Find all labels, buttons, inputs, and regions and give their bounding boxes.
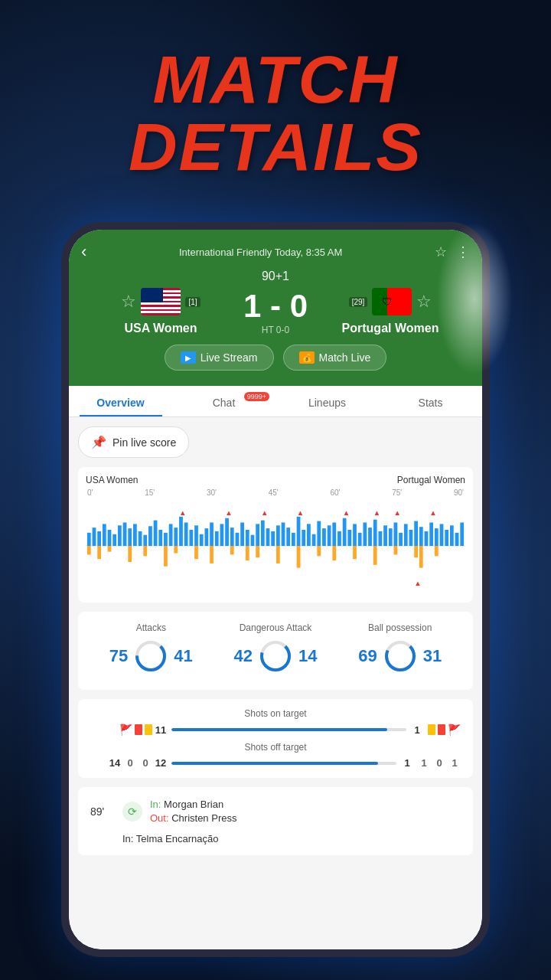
tab-overview[interactable]: Overview — [69, 386, 172, 416]
svg-rect-6 — [112, 534, 116, 546]
svg-rect-72 — [450, 525, 454, 546]
shots-off-away-num: 1 — [401, 757, 413, 769]
svg-rect-63 — [404, 524, 408, 546]
svg-rect-45 — [312, 534, 316, 546]
dangerous-home: 42 — [225, 646, 253, 666]
svg-rect-50 — [337, 531, 341, 546]
svg-rect-3 — [97, 531, 101, 546]
svg-rect-57 — [373, 520, 377, 546]
svg-text:▲: ▲ — [394, 508, 401, 517]
timeline-home-label: USA Women — [86, 475, 138, 485]
more-options-icon[interactable]: ⋮ — [456, 243, 470, 260]
attacks-values: 75 41 — [89, 639, 214, 673]
svg-rect-93 — [394, 546, 398, 554]
tab-chat[interactable]: Chat 9999+ — [172, 386, 276, 416]
shots-on-away-num: 1 — [411, 724, 423, 736]
svg-rect-53 — [353, 524, 357, 546]
tab-stats[interactable]: Stats — [379, 386, 482, 416]
shots-on-row: 🚩 11 1 🚩 — [90, 724, 461, 736]
svg-rect-91 — [353, 546, 357, 559]
svg-rect-44 — [307, 524, 311, 546]
dangerous-donut — [259, 639, 292, 673]
main-content: 📌 Pin live score USA Women Portugal Wome… — [69, 417, 482, 949]
svg-rect-68 — [429, 522, 433, 546]
svg-rect-49 — [332, 522, 336, 546]
svg-rect-47 — [322, 528, 326, 546]
tab-lineups[interactable]: Lineups — [276, 386, 379, 416]
top-icons: ☆ ⋮ — [435, 243, 470, 260]
svg-rect-77 — [108, 546, 112, 552]
stat-dangerous: Dangerous Attack 42 14 — [214, 622, 338, 673]
score-center: 1 - 0 HT 0-0 — [243, 288, 308, 335]
svg-rect-56 — [368, 528, 372, 546]
svg-rect-2 — [93, 528, 96, 546]
stats-circles-section: Attacks 75 41 Dangerous Attack — [78, 612, 473, 690]
phone-frame: ‹ International Friendly Today, 8:35 AM … — [61, 222, 490, 957]
svg-rect-10 — [133, 524, 137, 546]
svg-rect-13 — [148, 526, 152, 546]
home-rank: [1] — [185, 297, 200, 307]
svg-rect-92 — [373, 546, 377, 565]
svg-rect-20 — [184, 522, 188, 546]
svg-text:▲: ▲ — [414, 579, 421, 587]
home-favorite-icon[interactable]: ☆ — [121, 292, 136, 312]
away-favorite-icon[interactable]: ☆ — [416, 292, 432, 312]
svg-rect-12 — [143, 535, 147, 546]
svg-text:▲: ▲ — [179, 508, 186, 517]
svg-rect-86 — [256, 546, 259, 557]
attacks-away: 41 — [174, 646, 201, 666]
sub-time: 89' — [90, 805, 115, 818]
away-rank: [29] — [349, 297, 368, 307]
svg-rect-73 — [455, 533, 459, 546]
svg-rect-79 — [143, 546, 147, 556]
svg-rect-25 — [210, 522, 214, 546]
shots-off-away-1: 1 — [418, 757, 430, 769]
svg-rect-52 — [347, 530, 351, 546]
svg-rect-61 — [394, 522, 398, 546]
possession-label: Ball possession — [368, 622, 432, 633]
sub-out-player: Christen Press — [171, 812, 236, 824]
match-live-label: Match Live — [319, 351, 371, 364]
svg-text:▲: ▲ — [343, 508, 350, 517]
svg-rect-38 — [276, 525, 280, 546]
sub-next: In: Telma Encarnação — [90, 833, 461, 844]
svg-rect-34 — [256, 524, 259, 546]
svg-text:▲: ▲ — [297, 508, 304, 517]
home-team-row: ☆ [1] — [121, 288, 200, 315]
svg-rect-35 — [261, 521, 265, 546]
title-line1: MATCH — [0, 46, 551, 113]
favorite-icon[interactable]: ☆ — [435, 243, 447, 260]
attacks-label: Attacks — [136, 622, 166, 633]
dangerous-values: 42 14 — [214, 639, 338, 673]
possession-away: 31 — [423, 646, 451, 666]
live-stream-button[interactable]: ▶ Live Stream — [165, 345, 274, 371]
shots-off-home-card1: 0 — [124, 757, 136, 769]
match-live-button[interactable]: 💰 Match Live — [283, 345, 387, 371]
dangerous-label: Dangerous Attack — [240, 622, 312, 633]
svg-rect-40 — [286, 528, 290, 546]
svg-rect-43 — [302, 530, 305, 546]
red-card-icon-home — [135, 724, 142, 735]
match-type-label: International Friendly Today, 8:35 AM — [179, 247, 342, 258]
svg-rect-21 — [189, 530, 193, 546]
svg-rect-71 — [445, 530, 448, 546]
svg-rect-90 — [332, 546, 336, 560]
svg-rect-27 — [220, 524, 224, 546]
teams-section: ☆ [1] USA Women 1 - 0 HT 0-0 — [81, 288, 470, 335]
svg-rect-88 — [297, 546, 301, 568]
home-team-flag — [141, 288, 181, 315]
back-button[interactable]: ‹ — [81, 242, 86, 262]
pin-icon: 📌 — [91, 435, 106, 449]
svg-rect-17 — [169, 524, 173, 546]
svg-rect-15 — [158, 530, 162, 546]
pin-live-score-button[interactable]: 📌 Pin live score — [78, 426, 189, 458]
yellow-card-icon-home — [145, 724, 152, 735]
timeline-away-label: Portugal Women — [397, 475, 465, 485]
svg-rect-75 — [87, 546, 91, 554]
shots-off-bar — [171, 762, 396, 765]
dangerous-away: 14 — [298, 646, 326, 666]
svg-rect-18 — [174, 528, 178, 546]
livestream-icon: ▶ — [181, 351, 196, 364]
match-header: ‹ International Friendly Today, 8:35 AM … — [69, 230, 482, 386]
stat-possession: Ball possession 69 31 — [337, 622, 462, 673]
